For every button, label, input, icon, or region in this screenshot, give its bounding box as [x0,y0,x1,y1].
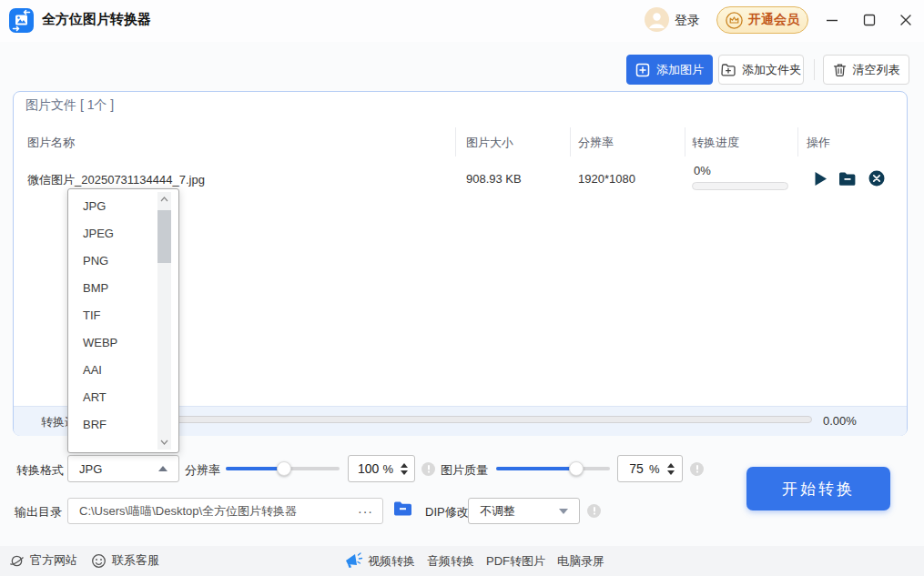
resolution-slider-fill [226,467,284,470]
user-avatar[interactable] [645,7,669,32]
crown-icon [726,12,743,29]
resolution-slider[interactable] [226,467,340,470]
clear-list-button[interactable]: 清空列表 [823,55,909,85]
quality-info-icon[interactable] [690,462,704,476]
chevron-up-icon [158,466,168,471]
app-window: 全方位图片转换器 登录 开通会员 添加图片 [0,0,924,576]
app-logo-icon [9,8,34,33]
column-separator [685,127,685,157]
quality-slider[interactable] [496,467,610,470]
browse-button[interactable]: ··· [358,504,373,519]
close-button[interactable] [895,9,917,31]
quality-unit: % [649,462,660,476]
promo-video-convert[interactable]: 视频转换 [368,553,415,570]
open-output-folder-button[interactable] [393,500,412,520]
column-header-name: 图片名称 [27,135,75,151]
start-convert-button[interactable]: 开始转换 [746,467,890,510]
promo-screen-record[interactable]: 电脑录屏 [557,553,604,570]
quality-slider-thumb[interactable] [569,461,584,476]
step-up-icon[interactable] [667,463,675,468]
quality-slider-fill [496,467,576,470]
x-circle-icon [868,170,885,187]
format-dropdown-list: JPG JPEG PNG BMP TIF WEBP AAI ART BRF [67,188,179,453]
output-path-field[interactable]: ··· [67,498,383,524]
exclamation-glyph [427,465,431,473]
dip-info-icon[interactable] [587,504,601,518]
resolution-info-icon[interactable] [421,462,435,476]
scrollbar-thumb[interactable] [157,210,171,263]
overall-progress-bar [137,416,812,423]
format-select-value: JPG [79,462,158,476]
output-dir-label: 输出目录 [15,504,62,520]
column-header-resolution: 分辨率 [578,135,614,151]
resolution-slider-thumb[interactable] [277,461,291,476]
dip-label: DIP修改 [425,504,469,520]
dip-select-value: 不调整 [480,503,559,520]
column-header-actions: 操作 [807,135,830,151]
promo-audio-convert[interactable]: 音频转换 [427,553,474,570]
titlebar: 全方位图片转换器 登录 开通会员 [0,0,924,42]
dip-select[interactable]: 不调整 [468,498,580,524]
blue-folder-icon [393,500,412,517]
column-separator [797,127,798,157]
promo-links: 视频转换 音频转换 PDF转图片 电脑录屏 [368,553,604,570]
step-up-icon[interactable] [401,463,408,468]
dropdown-scrollbar[interactable] [157,192,171,450]
quality-label: 图片质量 [441,462,488,479]
add-folder-button[interactable]: 添加文件夹 [718,55,804,85]
quality-spinbox[interactable]: 75 % [617,455,683,482]
resolution-spinbox[interactable]: 100 % [348,455,415,482]
file-progress-percent: 0% [694,164,711,177]
exclamation-glyph [696,465,699,473]
image-plus-icon [635,63,650,77]
file-name: 微信图片_20250731134444_7.jpg [27,172,205,188]
format-label: 转换格式 [16,462,64,479]
quality-stepper[interactable] [667,463,675,475]
step-down-icon[interactable] [667,470,675,475]
official-site-label: 官方网站 [30,552,77,569]
vip-button[interactable]: 开通会员 [716,6,808,34]
folder-icon [838,171,857,187]
megaphone-icon [343,550,363,570]
minimize-icon [826,14,838,26]
column-header-progress: 转换进度 [692,135,739,151]
step-down-icon[interactable] [401,470,408,475]
maximize-icon [863,14,876,26]
output-path-input[interactable] [77,503,358,519]
official-site-link[interactable]: 官方网站 [9,552,77,569]
resolution-value[interactable]: 100 [354,461,382,476]
login-button[interactable]: 登录 [675,13,700,29]
file-resolution: 1920*1080 [578,172,635,186]
column-header-size: 图片大小 [466,135,513,151]
contact-support-link[interactable]: 联系客服 [91,552,159,569]
file-size: 908.93 KB [466,172,522,186]
globe-icon [9,553,25,569]
maximize-button[interactable] [858,9,880,31]
file-progress-bar [692,182,788,190]
scroll-up-icon[interactable] [160,197,168,202]
add-image-label: 添加图片 [656,62,704,78]
chevron-down-icon [559,509,568,514]
support-smiley-icon [91,553,107,569]
scroll-down-icon[interactable] [160,440,168,445]
convert-play-button[interactable] [811,169,829,187]
format-select[interactable]: JPG [67,455,179,482]
file-panel-title: 图片文件 [ 1个 ] [25,97,114,114]
trash-icon [833,63,847,77]
resolution-stepper[interactable] [401,463,408,475]
quality-value[interactable]: 75 [624,461,649,476]
promo-pdf-to-image[interactable]: PDF转图片 [486,553,545,570]
toolbar-divider [814,59,815,80]
play-icon [814,171,828,187]
minimize-button[interactable] [821,9,843,31]
resolution-unit: % [382,462,393,476]
clear-list-label: 清空列表 [853,62,900,78]
folder-plus-icon [721,63,736,76]
add-image-button[interactable]: 添加图片 [626,55,713,85]
exclamation-glyph [593,507,596,515]
remove-file-button[interactable] [868,169,886,187]
vip-label: 开通会员 [748,12,799,28]
open-folder-button[interactable] [838,169,857,187]
add-folder-label: 添加文件夹 [742,62,801,78]
column-separator [455,127,456,157]
